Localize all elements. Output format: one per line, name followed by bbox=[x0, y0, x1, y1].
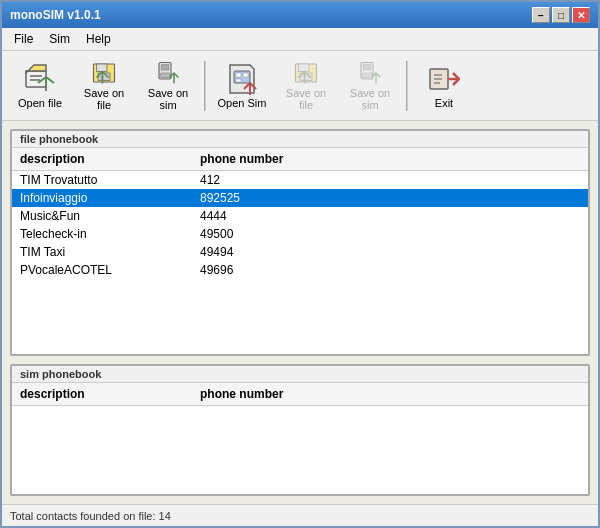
row-phone: 49494 bbox=[196, 244, 584, 260]
content-area: file phonebook description phone number … bbox=[2, 121, 598, 504]
exit-button[interactable]: Exit bbox=[414, 57, 474, 115]
exit-label: Exit bbox=[435, 97, 453, 109]
file-phonebook-panel: file phonebook description phone number … bbox=[10, 129, 590, 356]
svg-rect-16 bbox=[243, 73, 248, 77]
save-on-sim2-label: Save on sim bbox=[342, 87, 398, 111]
sim-phonebook-header: description phone number bbox=[12, 383, 588, 406]
menu-bar: File Sim Help bbox=[2, 28, 598, 51]
table-row[interactable]: Infoinviaggio892525 bbox=[12, 189, 588, 207]
toolbar-separator-2 bbox=[406, 61, 408, 111]
save-on-sim-disabled-button: Save on sim bbox=[340, 57, 400, 115]
svg-rect-20 bbox=[299, 64, 310, 72]
row-description: Telecheck-in bbox=[16, 226, 196, 242]
svg-rect-6 bbox=[97, 64, 108, 72]
status-text: Total contacts founded on file: 14 bbox=[10, 510, 171, 522]
file-phonebook-header: description phone number bbox=[12, 148, 588, 171]
status-bar: Total contacts founded on file: 14 bbox=[2, 504, 598, 526]
menu-help[interactable]: Help bbox=[78, 30, 119, 48]
svg-rect-24 bbox=[363, 64, 371, 69]
open-file-icon bbox=[24, 63, 56, 95]
table-row[interactable]: PVocaleACOTEL49696 bbox=[12, 261, 588, 279]
row-description: PVocaleACOTEL bbox=[16, 262, 196, 278]
menu-file[interactable]: File bbox=[6, 30, 41, 48]
sim-phone-header: phone number bbox=[196, 385, 584, 403]
file-phonebook-title: file phonebook bbox=[12, 131, 588, 148]
svg-rect-15 bbox=[236, 73, 241, 77]
save-file2-icon bbox=[290, 61, 322, 85]
save-on-file-disabled-button: Save on file bbox=[276, 57, 336, 115]
table-row[interactable]: TIM Taxi49494 bbox=[12, 243, 588, 261]
save-on-sim-label: Save on sim bbox=[140, 87, 196, 111]
svg-rect-2 bbox=[30, 75, 42, 77]
toolbar-separator-1 bbox=[204, 61, 206, 111]
svg-rect-10 bbox=[161, 64, 169, 69]
close-button[interactable]: ✕ bbox=[572, 7, 590, 23]
toolbar: Open file Save on file Save o bbox=[2, 51, 598, 121]
svg-rect-11 bbox=[161, 73, 170, 78]
row-description: Music&Fun bbox=[16, 208, 196, 224]
maximize-button[interactable]: □ bbox=[552, 7, 570, 23]
table-row[interactable]: Music&Fun4444 bbox=[12, 207, 588, 225]
row-phone: 4444 bbox=[196, 208, 584, 224]
title-bar: monoSIM v1.0.1 − □ ✕ bbox=[2, 2, 598, 28]
table-row[interactable]: Telecheck-in49500 bbox=[12, 225, 588, 243]
row-phone: 892525 bbox=[196, 190, 584, 206]
open-file-button[interactable]: Open file bbox=[10, 57, 70, 115]
save-on-file-label: Save on file bbox=[76, 87, 132, 111]
file-desc-header: description bbox=[16, 150, 196, 168]
save-file-icon bbox=[88, 61, 120, 85]
main-window: monoSIM v1.0.1 − □ ✕ File Sim Help Open … bbox=[0, 0, 600, 528]
row-description: Infoinviaggio bbox=[16, 190, 196, 206]
menu-sim[interactable]: Sim bbox=[41, 30, 78, 48]
row-phone: 49500 bbox=[196, 226, 584, 242]
file-phonebook-body[interactable]: TIM Trovatutto412Infoinviaggio892525Musi… bbox=[12, 171, 588, 354]
window-title: monoSIM v1.0.1 bbox=[10, 8, 101, 22]
save-on-sim-button[interactable]: Save on sim bbox=[138, 57, 198, 115]
svg-marker-1 bbox=[26, 65, 46, 73]
svg-rect-17 bbox=[236, 79, 241, 82]
svg-rect-25 bbox=[363, 73, 372, 78]
row-phone: 412 bbox=[196, 172, 584, 188]
minimize-button[interactable]: − bbox=[532, 7, 550, 23]
table-row[interactable]: TIM Trovatutto412 bbox=[12, 171, 588, 189]
open-file-label: Open file bbox=[18, 97, 62, 109]
file-phone-header: phone number bbox=[196, 150, 584, 168]
open-sim-label: Open Sim bbox=[218, 97, 267, 109]
open-sim-icon bbox=[226, 63, 258, 95]
sim-phonebook-body[interactable] bbox=[12, 406, 588, 494]
save-on-file2-label: Save on file bbox=[278, 87, 334, 111]
sim-phonebook-title: sim phonebook bbox=[12, 366, 588, 383]
row-description: TIM Trovatutto bbox=[16, 172, 196, 188]
save-sim2-icon bbox=[354, 61, 386, 85]
row-description: TIM Taxi bbox=[16, 244, 196, 260]
sim-phonebook-panel: sim phonebook description phone number bbox=[10, 364, 590, 496]
sim-desc-header: description bbox=[16, 385, 196, 403]
exit-icon bbox=[428, 63, 460, 95]
save-sim-icon bbox=[152, 61, 184, 85]
svg-rect-3 bbox=[30, 79, 40, 81]
save-on-file-button[interactable]: Save on file bbox=[74, 57, 134, 115]
open-sim-button[interactable]: Open Sim bbox=[212, 57, 272, 115]
row-phone: 49696 bbox=[196, 262, 584, 278]
window-controls: − □ ✕ bbox=[532, 7, 590, 23]
